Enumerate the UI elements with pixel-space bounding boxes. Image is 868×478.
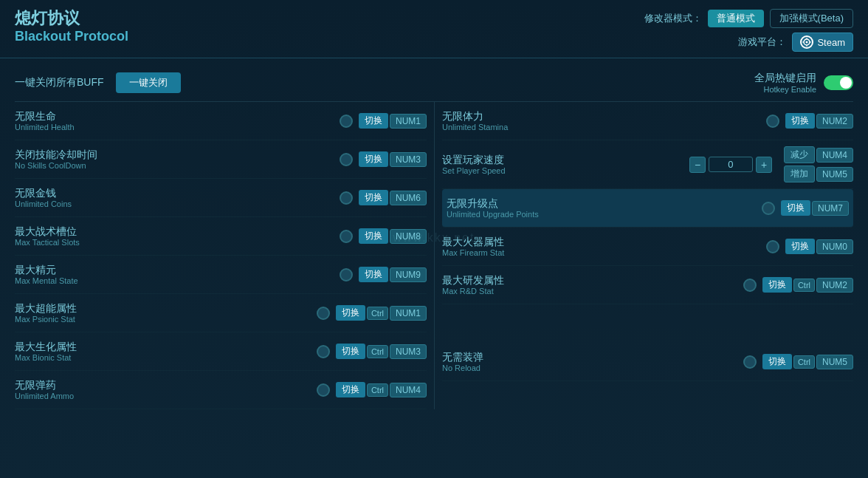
- close-all-button[interactable]: 一键关闭: [116, 72, 181, 93]
- toggle-max-psionic[interactable]: [317, 307, 330, 320]
- speed-controls: − +: [689, 157, 772, 173]
- switch-no-reload[interactable]: 切换: [762, 354, 792, 369]
- toggle-unlimited-coins[interactable]: [340, 191, 353, 205]
- hotkey-max-firearm: 切换 NUM0: [785, 239, 853, 254]
- hotkey-max-psionic: 切换 Ctrl NUM1: [336, 305, 427, 321]
- mode-beta-button[interactable]: 加强模式(Beta): [770, 9, 853, 28]
- switch-unlimited-coins[interactable]: 切换: [359, 190, 388, 205]
- hotkey-unlimited-ammo: 切换 Ctrl NUM4: [336, 382, 427, 397]
- hotkey-unlimited-coins: 切换 NUM6: [359, 190, 427, 205]
- left-column: 无限生命 Unlimited Health 切换 NUM1 关闭技能冷却时间 N…: [15, 102, 434, 409]
- switch-max-rd[interactable]: 切换: [762, 277, 792, 293]
- top-bar: 一键关闭所有BUFF 一键关闭 全局热键启用 Hotkey Enable: [15, 66, 853, 102]
- toggle-unlimited-stamina[interactable]: [766, 115, 779, 128]
- switch-max-mental[interactable]: 切换: [359, 267, 388, 282]
- cheat-label-unlimited-stamina: 无限体力 Unlimited Stamina: [442, 109, 760, 132]
- toggle-max-bionic[interactable]: [317, 345, 330, 358]
- cheat-row-set-speed: 设置玩家速度 Set Player Speed − + 减少 NUM4: [442, 140, 853, 189]
- mode-row: 修改器模式： 普通模式 加强模式(Beta): [644, 9, 853, 28]
- key-num4: NUM4: [816, 148, 853, 163]
- cheat-label-unlimited-ammo: 无限弹药 Unlimited Ammo: [15, 378, 311, 401]
- switch-max-tactical[interactable]: 切换: [359, 228, 388, 244]
- key-num5: NUM5: [816, 167, 853, 182]
- header-right: 修改器模式： 普通模式 加强模式(Beta) 游戏平台：: [644, 9, 853, 52]
- cheat-row-unlimited-upgrade: 无限升级点 Unlimited Upgrade Points 切换 NUM7: [442, 189, 853, 228]
- toggle-max-tactical[interactable]: [340, 230, 353, 243]
- cheat-label-max-firearm: 最大火器属性 Max Firearm Stat: [442, 235, 760, 258]
- hotkey-unlimited-stamina: 切换 NUM2: [785, 113, 853, 129]
- cheat-row-max-psionic: 最大超能属性 Max Psionic Stat 切换 Ctrl NUM1: [15, 294, 427, 332]
- toggle-unlimited-ammo[interactable]: [317, 383, 330, 397]
- key-num-rd: NUM2: [816, 278, 853, 293]
- cheat-label-no-cooldown: 关闭技能冷却时间 No Skills CoolDown: [15, 148, 334, 171]
- cheat-label-no-reload: 无需装弹 No Reload: [442, 350, 737, 373]
- toggle-no-cooldown[interactable]: [340, 153, 353, 166]
- switch-unlimited-upgrade[interactable]: 切换: [781, 200, 810, 216]
- steam-icon: [800, 35, 813, 49]
- hotkey-speed-reduce: 减少 NUM4: [784, 146, 853, 163]
- toggle-max-firearm[interactable]: [766, 240, 779, 253]
- mode-label: 修改器模式：: [644, 12, 702, 25]
- steam-button[interactable]: Steam: [792, 33, 853, 52]
- cheat-label-max-bionic: 最大生化属性 Max Bionic Stat: [15, 340, 311, 363]
- top-bar-left: 一键关闭所有BUFF 一键关闭: [15, 72, 181, 93]
- toggle-no-reload[interactable]: [743, 355, 757, 369]
- switch-max-bionic[interactable]: 切换: [336, 344, 365, 359]
- hotkey-toggle[interactable]: [824, 75, 853, 90]
- cheat-label-unlimited-coins: 无限金钱 Unlimited Coins: [15, 186, 334, 209]
- switch-no-cooldown[interactable]: 切换: [359, 151, 388, 167]
- key-max-firearm: NUM0: [816, 239, 853, 254]
- key-no-cooldown: NUM3: [390, 152, 427, 167]
- steam-label: Steam: [817, 37, 845, 48]
- hotkey-max-rd: 切换 Ctrl NUM2: [762, 277, 853, 293]
- header: 熄灯协议 Blackout Protocol 修改器模式： 普通模式 加强模式(…: [0, 0, 868, 58]
- add-button[interactable]: 增加: [784, 165, 815, 182]
- toggle-unlimited-upgrade[interactable]: [762, 202, 775, 215]
- cheat-row-no-cooldown: 关闭技能冷却时间 No Skills CoolDown 切换 NUM3: [15, 140, 427, 179]
- key-num-bionic: NUM3: [390, 344, 427, 359]
- speed-increase-button[interactable]: +: [756, 157, 772, 173]
- top-bar-right: 全局热键启用 Hotkey Enable: [754, 72, 853, 94]
- toggle-unlimited-health[interactable]: [340, 115, 353, 128]
- key-ctrl-rd: Ctrl: [793, 279, 815, 292]
- key-max-mental: NUM9: [390, 267, 427, 282]
- key-unlimited-health: NUM1: [390, 114, 427, 129]
- key-unlimited-stamina: NUM2: [816, 114, 853, 129]
- svg-point-2: [806, 41, 808, 44]
- hotkey-max-mental: 切换 NUM9: [359, 267, 427, 282]
- main-content: www.kkx.net 一键关闭所有BUFF 一键关闭 全局热键启用 Hotke…: [0, 58, 868, 417]
- hotkey-max-tactical: 切换 NUM8: [359, 228, 427, 244]
- toggle-knob: [840, 77, 852, 89]
- reduce-button[interactable]: 减少: [784, 146, 815, 163]
- cheat-label-unlimited-upgrade: 无限升级点 Unlimited Upgrade Points: [447, 197, 756, 219]
- cheat-label-max-mental: 最大精元 Max Mental State: [15, 263, 334, 286]
- switch-max-firearm[interactable]: 切换: [785, 239, 815, 254]
- hotkey-label-cn: 全局热键启用: [754, 72, 816, 85]
- switch-unlimited-ammo[interactable]: 切换: [336, 382, 365, 397]
- close-all-label: 一键关闭所有BUFF: [15, 76, 104, 89]
- key-num-psionic: NUM1: [390, 306, 427, 321]
- key-ctrl-psionic: Ctrl: [367, 307, 388, 320]
- title-en: Blackout Protocol: [15, 28, 128, 45]
- speed-input[interactable]: [709, 157, 753, 172]
- toggle-max-rd[interactable]: [743, 279, 757, 292]
- cheat-label-max-rd: 最大研发属性 Max R&D Stat: [442, 273, 737, 296]
- cheat-row-unlimited-ammo: 无限弹药 Unlimited Ammo 切换 Ctrl NUM4: [15, 371, 427, 409]
- speed-decrease-button[interactable]: −: [689, 157, 706, 173]
- switch-unlimited-health[interactable]: 切换: [359, 113, 388, 129]
- cheat-row-max-mental: 最大精元 Max Mental State 切换 NUM9: [15, 256, 427, 294]
- cheat-row-unlimited-health: 无限生命 Unlimited Health 切换 NUM1: [15, 102, 427, 140]
- hotkey-speed-stack: 减少 NUM4 增加 NUM5: [784, 146, 853, 182]
- switch-max-psionic[interactable]: 切换: [336, 305, 365, 321]
- toggle-max-mental[interactable]: [340, 268, 353, 281]
- title-block: 熄灯协议 Blackout Protocol: [15, 9, 128, 46]
- switch-unlimited-stamina[interactable]: 切换: [785, 113, 815, 129]
- hotkey-speed-add: 增加 NUM5: [784, 165, 853, 182]
- title-cn: 熄灯协议: [15, 9, 128, 28]
- platform-label: 游戏平台：: [738, 35, 786, 49]
- cheat-label-set-speed: 设置玩家速度 Set Player Speed: [442, 153, 683, 176]
- hotkey-max-bionic: 切换 Ctrl NUM3: [336, 344, 427, 359]
- cheat-label-max-psionic: 最大超能属性 Max Psionic Stat: [15, 301, 311, 324]
- cheat-row-max-rd: 最大研发属性 Max R&D Stat 切换 Ctrl NUM2: [442, 266, 853, 304]
- mode-normal-button[interactable]: 普通模式: [708, 10, 764, 27]
